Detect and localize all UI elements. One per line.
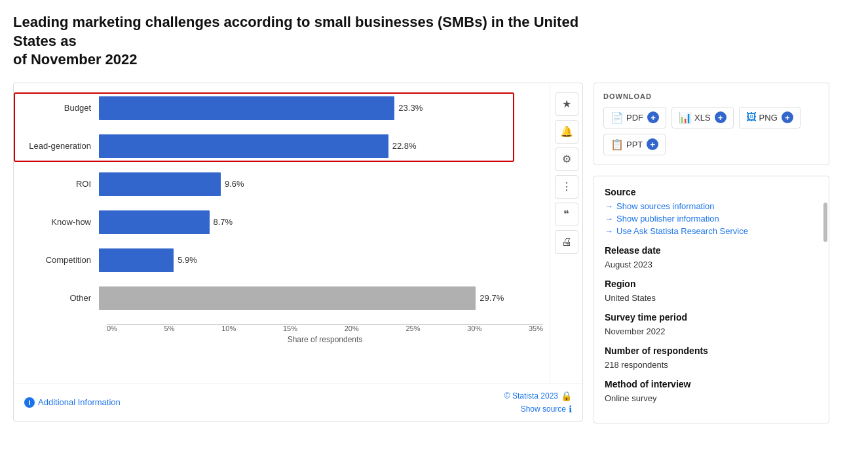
x-tick: 0%: [107, 324, 117, 332]
alert-button[interactable]: 🔔: [555, 120, 578, 144]
dl-label: XLS: [694, 113, 711, 123]
bar-row: Know-how8.7%: [27, 210, 543, 234]
interview-label: Method of interview: [605, 379, 818, 389]
download-xls-button[interactable]: 📊XLS+: [671, 107, 734, 128]
bars-wrapper: Budget23.3%Lead-generation22.8%ROI9.6%Kn…: [27, 96, 543, 310]
x-tick: 5%: [164, 324, 175, 332]
download-png-button[interactable]: 🖼PNG+: [739, 107, 801, 128]
chart-footer-right: © Statista 2023 🔒 Show source ℹ: [504, 391, 572, 414]
survey-period-value: November 2022: [605, 326, 818, 336]
png-icon: 🖼: [746, 111, 757, 123]
chart-inner: Budget23.3%Lead-generation22.8%ROI9.6%Kn…: [14, 83, 550, 384]
share-button[interactable]: ⋮: [555, 175, 578, 199]
interview-section: Method of interview Online survey: [605, 379, 818, 403]
info-panel: Source Show sources information Show pub…: [594, 176, 829, 423]
respondents-label: Number of respondents: [605, 345, 818, 356]
x-tick: 10%: [221, 324, 236, 332]
bar-track: 5.9%: [99, 248, 543, 272]
pdf-icon: 📄: [611, 111, 624, 124]
bar-track: 29.7%: [99, 286, 543, 310]
bar-label: Know-how: [27, 217, 99, 227]
bar-track: 22.8%: [99, 134, 543, 158]
cite-button[interactable]: ❝: [555, 203, 578, 226]
download-pdf-button[interactable]: 📄PDF+: [603, 107, 666, 128]
right-panel: DOWNLOAD 📄PDF+📊XLS+🖼PNG+📋PPT+ Source Sho…: [594, 83, 829, 423]
region-value: United States: [605, 293, 818, 303]
source-title: Source: [605, 187, 818, 197]
x-tick: 25%: [406, 324, 420, 332]
settings-button[interactable]: ⚙: [555, 148, 578, 171]
x-tick: 35%: [529, 324, 543, 332]
download-ppt-button[interactable]: 📋PPT+: [603, 134, 666, 155]
ppt-icon: 📋: [611, 138, 624, 151]
bar-value: 22.8%: [392, 141, 417, 151]
dl-label: PNG: [759, 113, 778, 123]
download-section: DOWNLOAD 📄PDF+📊XLS+🖼PNG+📋PPT+: [594, 83, 829, 165]
bar-label: Other: [27, 293, 99, 303]
xls-icon: 📊: [679, 111, 692, 124]
bar-label: Budget: [27, 103, 99, 113]
bar-value: 8.7%: [214, 217, 233, 227]
bar-track: 8.7%: [99, 210, 543, 234]
scrollbar[interactable]: [823, 203, 827, 242]
bar-fill: [99, 210, 210, 234]
page-title: Leading marketing challenges according t…: [13, 13, 583, 69]
bar-fill: [99, 96, 394, 120]
bar-fill: [99, 286, 476, 310]
bar-row: Other29.7%: [27, 286, 543, 310]
info-icon: i: [24, 397, 35, 408]
bar-label: Competition: [27, 255, 99, 265]
x-tick: 30%: [467, 324, 481, 332]
region-section: Region United States: [605, 279, 818, 303]
chart-area: Budget23.3%Lead-generation22.8%ROI9.6%Kn…: [13, 83, 583, 422]
bar-row: Budget23.3%: [27, 96, 543, 120]
survey-period-section: Survey time period November 2022: [605, 312, 818, 336]
respondents-section: Number of respondents 218 respondents: [605, 345, 818, 370]
show-sources-link[interactable]: Show sources information: [605, 201, 818, 211]
bookmark-button[interactable]: ★: [555, 92, 578, 116]
show-source-button[interactable]: Show source ℹ: [521, 404, 572, 414]
toolbar: ★🔔⚙⋮❝🖨: [550, 83, 582, 384]
bar-fill: [99, 172, 221, 196]
bar-track: 23.3%: [99, 96, 543, 120]
dl-label: PDF: [626, 113, 643, 123]
download-label: DOWNLOAD: [603, 92, 820, 100]
respondents-value: 218 respondents: [605, 360, 818, 370]
bar-value: 23.3%: [398, 103, 423, 113]
dl-plus-icon: +: [647, 111, 659, 123]
download-buttons: 📄PDF+📊XLS+🖼PNG+📋PPT+: [603, 107, 820, 155]
interview-value: Online survey: [605, 393, 818, 403]
dl-plus-icon: +: [715, 111, 726, 123]
dl-label: PPT: [626, 140, 643, 149]
copyright: © Statista 2023 🔒: [504, 391, 572, 401]
ask-statista-link[interactable]: Use Ask Statista Research Service: [605, 226, 818, 236]
main-layout: Budget23.3%Lead-generation22.8%ROI9.6%Kn…: [13, 83, 855, 423]
bar-value: 9.6%: [225, 179, 244, 189]
region-label: Region: [605, 279, 818, 289]
bar-row: ROI9.6%: [27, 172, 543, 196]
additional-info-button[interactable]: i Additional Information: [24, 397, 121, 408]
bar-row: Competition5.9%: [27, 248, 543, 272]
release-date-value: August 2023: [605, 260, 818, 269]
dl-plus-icon: +: [782, 111, 793, 123]
source-section: Source Show sources information Show pub…: [605, 187, 818, 236]
bar-row: Lead-generation22.8%: [27, 134, 543, 158]
bar-label: Lead-generation: [27, 141, 99, 151]
bar-label: ROI: [27, 179, 99, 189]
dl-plus-icon: +: [647, 138, 658, 150]
bar-value: 29.7%: [480, 293, 504, 303]
x-tick: 15%: [283, 324, 297, 332]
show-publisher-link[interactable]: Show publisher information: [605, 214, 818, 224]
bar-track: 9.6%: [99, 172, 543, 196]
release-date-label: Release date: [605, 245, 818, 256]
bar-fill: [99, 134, 388, 158]
release-date-section: Release date August 2023: [605, 245, 818, 269]
bar-fill: [99, 248, 174, 272]
survey-period-label: Survey time period: [605, 312, 818, 323]
x-axis: 0%5%10%15%20%25%30%35%: [27, 324, 543, 332]
chart-footer: i Additional Information © Statista 2023…: [14, 384, 582, 421]
print-button[interactable]: 🖨: [555, 230, 578, 254]
x-tick: 20%: [345, 324, 359, 332]
bar-value: 5.9%: [178, 255, 197, 265]
x-axis-label: Share of respondents: [27, 335, 543, 344]
